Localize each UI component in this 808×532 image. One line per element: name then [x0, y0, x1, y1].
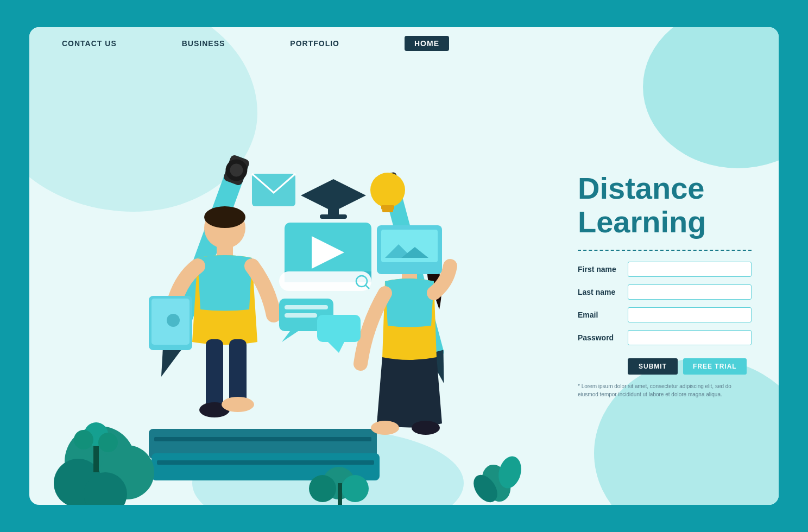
svg-rect-1 [154, 437, 371, 441]
svg-rect-46 [285, 313, 317, 318]
svg-rect-18 [206, 339, 223, 410]
svg-rect-38 [320, 214, 347, 219]
svg-point-21 [222, 397, 254, 412]
svg-rect-49 [279, 271, 371, 291]
svg-point-17 [167, 314, 180, 327]
title-divider [578, 250, 752, 251]
form-section: Distance Learning First name Last name E… [561, 60, 779, 505]
svg-point-61 [342, 475, 369, 502]
svg-point-13 [204, 206, 245, 228]
svg-point-58 [74, 430, 93, 449]
disclaimer-text: * Lorem ipsum dolor sit amet, consectetu… [578, 382, 752, 398]
first-name-label: First name [578, 265, 621, 274]
main-container: CONTACT US BUSINESS PORTFOLIO HOME [29, 27, 779, 505]
first-name-input[interactable] [628, 262, 752, 277]
svg-rect-45 [285, 305, 328, 309]
navigation: CONTACT US BUSINESS PORTFOLIO HOME [29, 27, 779, 60]
hero-title: Distance Learning [578, 172, 752, 238]
password-input[interactable] [628, 330, 752, 345]
submit-button[interactable]: SUBMIT [628, 358, 678, 375]
nav-portfolio[interactable]: PORTFOLIO [290, 39, 339, 48]
password-label: Password [578, 333, 621, 342]
last-name-input[interactable] [628, 284, 752, 300]
nav-contact-us[interactable]: CONTACT US [62, 39, 117, 48]
svg-marker-48 [328, 342, 344, 353]
main-content: Distance Learning First name Last name E… [29, 60, 779, 505]
password-group: Password [578, 330, 752, 345]
svg-rect-3 [157, 460, 374, 465]
svg-rect-37 [328, 195, 339, 217]
nav-home[interactable]: HOME [405, 36, 449, 51]
last-name-group: Last name [578, 284, 752, 300]
svg-rect-42 [382, 209, 393, 212]
first-name-group: First name [578, 262, 752, 277]
svg-rect-19 [229, 339, 247, 404]
email-input[interactable] [628, 307, 752, 322]
svg-rect-47 [317, 315, 361, 342]
svg-point-59 [98, 433, 118, 452]
free-trial-button[interactable]: FREE TRIAL [683, 358, 747, 375]
email-group: Email [578, 307, 752, 322]
svg-marker-44 [282, 331, 298, 342]
email-label: Email [578, 311, 621, 319]
nav-business[interactable]: BUSINESS [182, 39, 225, 48]
last-name-label: Last name [578, 288, 621, 296]
svg-rect-41 [381, 205, 394, 210]
svg-point-62 [309, 475, 336, 502]
illustration-area [29, 60, 561, 505]
form-buttons: SUBMIT FREE TRIAL [628, 358, 752, 375]
svg-rect-63 [338, 483, 342, 505]
svg-point-26 [412, 421, 440, 435]
svg-point-40 [370, 173, 405, 207]
svg-point-25 [371, 421, 399, 435]
